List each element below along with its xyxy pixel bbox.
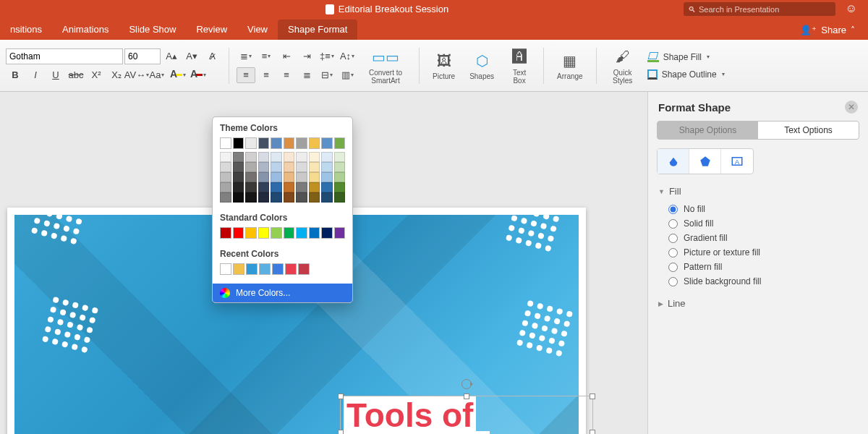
radio-input[interactable] xyxy=(668,248,678,258)
color-swatch[interactable] xyxy=(296,227,307,239)
color-swatch[interactable] xyxy=(271,172,282,182)
fill-option-radio[interactable]: No fill xyxy=(668,204,858,214)
color-swatch[interactable] xyxy=(334,152,346,162)
color-swatch[interactable] xyxy=(258,192,270,203)
color-swatch[interactable] xyxy=(296,172,307,182)
align-left-button[interactable]: ≡ xyxy=(237,67,255,83)
color-swatch[interactable] xyxy=(284,227,295,239)
color-swatch[interactable] xyxy=(321,172,333,182)
color-swatch[interactable] xyxy=(334,137,346,149)
align-right-button[interactable]: ≡ xyxy=(277,67,296,83)
color-swatch[interactable] xyxy=(284,182,295,192)
color-swatch[interactable] xyxy=(220,192,231,203)
shape-outline-button[interactable]: Shape Outline ▾ xyxy=(644,68,728,81)
color-swatch[interactable] xyxy=(271,137,282,149)
color-swatch[interactable] xyxy=(220,227,231,239)
color-swatch[interactable] xyxy=(271,182,282,192)
color-swatch[interactable] xyxy=(233,152,244,162)
color-swatch[interactable] xyxy=(220,263,231,275)
color-swatch[interactable] xyxy=(334,227,346,239)
font-highlight-button[interactable]: ▾ xyxy=(168,67,187,83)
text-options-tab[interactable]: Text Options xyxy=(758,122,859,139)
shape-options-tab[interactable]: Shape Options xyxy=(658,122,758,139)
feedback-smiley-icon[interactable]: ☺ xyxy=(845,2,858,15)
color-swatch[interactable] xyxy=(296,192,307,203)
tab-review[interactable]: Review xyxy=(186,20,237,40)
color-swatch[interactable] xyxy=(296,162,307,172)
textbox-button[interactable]: 🅰 Text Box xyxy=(503,44,536,88)
color-swatch[interactable] xyxy=(298,263,310,275)
color-swatch[interactable] xyxy=(321,227,333,239)
color-swatch[interactable] xyxy=(258,137,270,149)
increase-font-icon[interactable]: A▴ xyxy=(162,48,181,64)
superscript-button[interactable]: X² xyxy=(87,67,106,83)
fill-option-radio[interactable]: Solid fill xyxy=(668,218,858,229)
resize-handle[interactable] xyxy=(464,393,469,399)
fill-option-radio[interactable]: Picture or texture fill xyxy=(668,247,858,258)
color-swatch[interactable] xyxy=(258,182,270,192)
color-swatch[interactable] xyxy=(309,172,320,182)
color-swatch[interactable] xyxy=(321,182,333,192)
color-swatch[interactable] xyxy=(309,137,320,149)
arrange-button[interactable]: ▦ Arrange xyxy=(551,44,589,88)
color-swatch[interactable] xyxy=(220,172,231,182)
color-swatch[interactable] xyxy=(284,152,295,162)
color-swatch[interactable] xyxy=(220,137,231,149)
color-swatch[interactable] xyxy=(271,152,282,162)
color-swatch[interactable] xyxy=(220,162,231,172)
rotate-handle[interactable] xyxy=(461,379,472,389)
color-swatch[interactable] xyxy=(245,137,257,149)
color-swatch[interactable] xyxy=(321,162,333,172)
font-size-select[interactable] xyxy=(124,48,161,64)
strikethrough-button[interactable]: abc xyxy=(67,67,85,83)
font-color-button[interactable]: ▾ xyxy=(188,67,207,83)
shape-fill-button[interactable]: Shape Fill ▾ xyxy=(644,51,728,64)
share-button[interactable]: 👤⁺ Share ˄ xyxy=(796,20,859,40)
color-swatch[interactable] xyxy=(334,192,346,203)
close-panel-button[interactable]: ✕ xyxy=(845,101,858,114)
quick-styles-button[interactable]: 🖌 Quick Styles xyxy=(604,44,642,88)
color-swatch[interactable] xyxy=(245,182,257,192)
color-swatch[interactable] xyxy=(309,152,320,162)
color-swatch[interactable] xyxy=(233,263,244,275)
vertical-align-button[interactable]: ⊟▾ xyxy=(318,67,336,83)
bullets-button[interactable]: ≣▾ xyxy=(237,48,255,64)
color-swatch[interactable] xyxy=(258,227,270,239)
more-colors-button[interactable]: More Colors... xyxy=(213,284,352,302)
chevron-up-icon[interactable]: ˄ xyxy=(851,25,855,35)
font-select[interactable] xyxy=(6,48,123,64)
columns-button[interactable]: ▥▾ xyxy=(338,67,357,83)
radio-input[interactable] xyxy=(668,234,678,243)
resize-handle[interactable] xyxy=(338,430,344,434)
search-input[interactable] xyxy=(699,5,831,14)
numbering-button[interactable]: ≡▾ xyxy=(257,48,276,64)
selected-textbox[interactable]: Tools of the trade xyxy=(340,396,593,434)
line-spacing-button[interactable]: ‡≡▾ xyxy=(318,48,336,64)
subscript-button[interactable]: X₂ xyxy=(107,67,126,83)
resize-handle[interactable] xyxy=(590,430,595,434)
shapes-button[interactable]: ⬡ Shapes xyxy=(464,44,500,88)
color-swatch[interactable] xyxy=(246,263,258,275)
fill-option-radio[interactable]: Slide background fill xyxy=(668,276,858,286)
color-swatch[interactable] xyxy=(284,172,295,182)
picture-button[interactable]: 🖼 Picture xyxy=(427,44,461,88)
tab-transitions[interactable]: nsitions xyxy=(0,20,52,40)
tab-slideshow[interactable]: Slide Show xyxy=(119,20,186,40)
fill-line-tab-icon[interactable] xyxy=(658,149,689,174)
color-swatch[interactable] xyxy=(284,162,295,172)
color-swatch[interactable] xyxy=(220,182,231,192)
color-swatch[interactable] xyxy=(309,182,320,192)
color-swatch[interactable] xyxy=(245,172,257,182)
radio-input[interactable] xyxy=(668,205,678,214)
italic-button[interactable]: I xyxy=(26,67,45,83)
color-swatch[interactable] xyxy=(258,162,270,172)
color-swatch[interactable] xyxy=(309,192,320,203)
radio-input[interactable] xyxy=(668,263,678,272)
color-swatch[interactable] xyxy=(258,152,270,162)
color-swatch[interactable] xyxy=(296,182,307,192)
color-swatch[interactable] xyxy=(309,162,320,172)
fill-option-radio[interactable]: Pattern fill xyxy=(668,262,858,272)
color-swatch[interactable] xyxy=(296,152,307,162)
color-swatch[interactable] xyxy=(284,137,295,149)
color-swatch[interactable] xyxy=(321,152,333,162)
